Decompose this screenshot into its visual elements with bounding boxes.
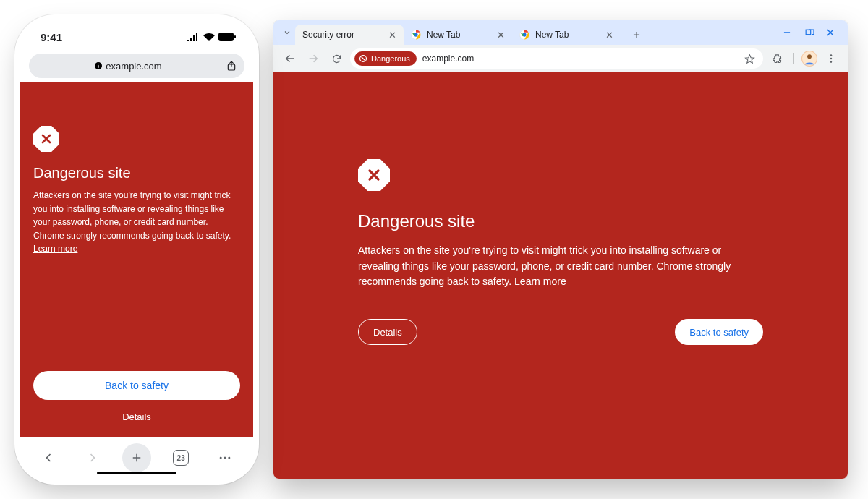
window-controls [781,20,842,45]
svg-rect-13 [806,30,811,35]
mobile-status-bar: 9:41 [20,20,253,54]
share-icon[interactable] [226,60,237,72]
svg-rect-0 [218,33,234,41]
new-tab-button[interactable] [627,25,646,45]
extensions-icon[interactable] [767,49,786,68]
svg-point-8 [229,457,231,459]
svg-point-18 [830,58,832,59]
chrome-favicon-icon [519,30,529,40]
tab-security-error[interactable]: Security error ✕ [295,25,404,45]
chrome-favicon-icon [411,30,421,40]
svg-point-7 [224,457,226,459]
desktop-browser-frame: Security error ✕ New Tab ✕ New Tab ✕ [273,20,848,479]
tab-new-2[interactable]: New Tab ✕ [512,25,621,45]
mobile-address-bar[interactable]: example.com [29,54,244,78]
mobile-url-text: example.com [106,61,161,72]
profile-avatar[interactable] [801,51,817,67]
forward-icon[interactable] [304,49,323,68]
browser-toolbar: Dangerous example.com [273,45,848,72]
reload-icon[interactable] [327,49,346,68]
mobile-action-row: Back to safety Details [33,371,240,424]
overflow-menu-icon[interactable] [822,49,841,68]
maximize-icon[interactable] [803,27,814,38]
new-tab-icon[interactable] [122,443,151,472]
details-button[interactable]: Details [33,410,240,424]
chip-label: Dangerous [371,54,410,63]
forward-icon[interactable] [78,443,107,472]
blocked-icon [359,54,367,63]
desktop-action-row: Details Back to safety [358,319,763,345]
details-button[interactable]: Details [358,319,417,345]
tab-strip: Security error ✕ New Tab ✕ New Tab ✕ [273,20,848,45]
back-to-safety-button[interactable]: Back to safety [33,371,240,400]
back-to-safety-button[interactable]: Back to safety [675,319,763,345]
close-icon[interactable]: ✕ [605,30,613,40]
back-icon[interactable] [281,49,299,68]
minimize-icon[interactable] [781,27,793,38]
desktop-interstitial: Dangerous site Attackers on the site you… [273,72,848,479]
mobile-body-copy: Attackers on the site you're trying to v… [33,190,231,241]
close-icon[interactable]: ✕ [388,30,396,40]
window-close-icon[interactable] [825,27,836,38]
svg-point-19 [830,61,832,62]
dangerous-chip[interactable]: Dangerous [354,51,417,66]
mobile-interstitial: Dangerous site Attackers on the site you… [20,82,253,437]
bookmark-icon[interactable] [740,49,759,68]
desktop-address-bar[interactable]: Dangerous example.com [350,48,763,69]
tab-new-1[interactable]: New Tab ✕ [404,25,512,45]
tab-label: New Tab [427,30,491,40]
desktop-url-text: example.com [422,54,474,64]
danger-octagon-icon [358,159,390,191]
tab-count-badge: 23 [173,450,189,466]
tab-divider [624,33,624,45]
svg-point-16 [807,54,812,59]
battery-icon [218,33,236,41]
svg-point-17 [830,54,832,56]
svg-point-6 [220,457,222,459]
mobile-url: example.com [36,61,220,72]
mobile-body-text: Attackers on the site you're trying to v… [33,189,240,256]
toolbar-divider [793,53,794,64]
tab-label: New Tab [535,30,600,40]
tab-search-icon[interactable] [279,20,295,45]
desktop-heading: Dangerous site [358,211,763,231]
cellular-icon [187,33,200,41]
tab-switcher-icon[interactable]: 23 [166,443,195,472]
svg-rect-1 [234,35,236,38]
svg-rect-4 [98,65,99,68]
back-icon[interactable] [34,443,63,472]
home-indicator [97,472,176,474]
svg-point-3 [98,64,100,65]
close-icon[interactable]: ✕ [497,30,505,40]
info-icon [94,61,103,70]
mobile-heading: Dangerous site [33,165,240,182]
learn-more-link[interactable]: Learn more [33,244,77,254]
overflow-menu-icon[interactable] [210,443,239,472]
status-icons [187,33,236,41]
status-time: 9:41 [41,31,62,43]
desktop-body-text: Attackers on the site you're trying to v… [358,243,763,290]
learn-more-link[interactable]: Learn more [514,276,566,287]
tab-label: Security error [302,30,383,40]
mobile-device-frame: 9:41 example.com Dangerous site Attacker… [20,20,253,479]
wifi-icon [203,33,215,41]
danger-octagon-icon [33,126,59,152]
